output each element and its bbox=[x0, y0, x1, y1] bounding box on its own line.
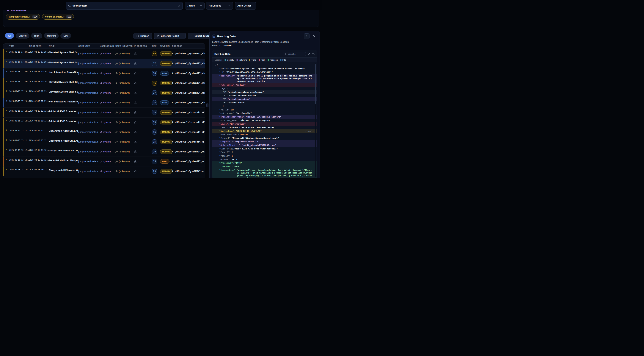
collapse-icon[interactable] bbox=[308, 53, 310, 55]
row-first-seen: 2026-02-15 17:29:… bbox=[29, 88, 49, 98]
row-ip: - bbox=[138, 170, 138, 173]
row-computer-link[interactable]: jumpserver.imeta.lr bbox=[78, 127, 100, 137]
computer-chip[interactable]: jumpserver.imeta.lr 117 bbox=[6, 14, 40, 20]
global-search[interactable] bbox=[66, 2, 183, 10]
time-range-value: 7 days bbox=[187, 4, 195, 7]
row-ip: - bbox=[138, 131, 138, 133]
row-computer-link[interactable]: jumpserver.imeta.lr bbox=[78, 78, 100, 88]
table-row[interactable]: 2026-02-15 13:12:… 2026-02-15 13:12:… Ad… bbox=[3, 108, 205, 117]
row-user-impacted: (unknown) bbox=[119, 131, 130, 133]
search-input[interactable] bbox=[72, 4, 176, 7]
computer-chip[interactable]: victim-os.imeta.lr 111 bbox=[42, 14, 74, 20]
legend-item: Process bbox=[268, 59, 278, 61]
table-row[interactable]: 2026-02-15 13:12:… 2026-02-15 13:12:… Po… bbox=[3, 157, 205, 166]
generate-report-button[interactable]: Generate Report bbox=[154, 33, 186, 39]
json-value: 668 bbox=[231, 108, 313, 111]
table-row[interactable]: 2026-02-15 17:29:… 2026-02-15 17:29:… No… bbox=[3, 68, 205, 78]
row-computer-link[interactable]: jumpserver.imeta.lr bbox=[78, 118, 100, 127]
detect-mode-dropdown[interactable]: Auto Detect bbox=[235, 2, 256, 10]
row-computer-link[interactable]: jumpserver.imeta.lr bbox=[78, 147, 100, 157]
severity-filter-pill[interactable]: High bbox=[31, 33, 42, 39]
table-row[interactable]: 2026-02-15 17:29:… 2026-02-15 17:29:… No… bbox=[3, 98, 205, 108]
json-key: "Task" bbox=[219, 126, 227, 129]
chevron-down-icon bbox=[228, 5, 230, 7]
row-user-origin: system bbox=[103, 101, 111, 104]
row-computer-link[interactable]: jumpserver.imeta.lr bbox=[78, 108, 100, 117]
table-row[interactable]: 2026-02-15 17:29:… 2026-02-15 17:29:… El… bbox=[3, 78, 205, 88]
row-title: Elevated System Shell Spa... bbox=[49, 78, 78, 88]
table-row[interactable]: 2026-02-15 17:29:… 2026-02-15 17:29:… El… bbox=[3, 88, 205, 98]
table-row[interactable]: 2026-02-15 17:29:… 2026-02-15 17:29:… El… bbox=[3, 49, 205, 59]
risk-score-badge: 14 bbox=[152, 100, 157, 105]
copy-icon[interactable] bbox=[312, 53, 315, 55]
table-row[interactable]: 2026-02-15 17:29:… 2026-02-15 17:29:… El… bbox=[3, 59, 205, 69]
time-range-dropdown[interactable]: 7 days bbox=[185, 2, 204, 10]
col-first-seen: FIRST SEEN bbox=[29, 45, 49, 47]
log-search-input[interactable] bbox=[288, 53, 303, 55]
severity-dot bbox=[6, 100, 7, 102]
row-computer-link[interactable]: jumpserver.imeta.lr bbox=[78, 157, 100, 166]
download-log-button[interactable] bbox=[304, 33, 310, 39]
person-icon bbox=[100, 121, 102, 124]
network-icon bbox=[134, 150, 136, 153]
table-row[interactable]: 2026-02-15 13:12:… 2026-02-15 13:12:… Un… bbox=[3, 137, 205, 147]
severity-filter-pill[interactable]: Low bbox=[60, 33, 71, 39]
person-x-icon bbox=[116, 53, 118, 55]
refresh-button[interactable]: Refresh bbox=[134, 33, 152, 39]
row-computer-link[interactable]: jumpserver.imeta.lr bbox=[78, 166, 100, 176]
expand-chevron-icon[interactable]: ⌄ bbox=[217, 87, 219, 90]
table-row[interactable]: 2026-02-15 13:12:… 2026-02-15 13:12:… Al… bbox=[3, 147, 205, 157]
json-value: "Microsoft-Windows-Sysmon/Operational" bbox=[232, 137, 313, 140]
row-user-origin: system bbox=[103, 170, 111, 173]
row-computer-link[interactable]: jumpserver.imeta.lr bbox=[78, 59, 100, 69]
monitor-icon bbox=[7, 10, 9, 11]
json-scrollbar-thumb[interactable] bbox=[315, 64, 316, 104]
row-process-path: C:\\Windows\\SysWOW64\\msiexec bbox=[172, 166, 205, 176]
json-key: "CommandLine" bbox=[219, 169, 235, 171]
json-key: "Opcode" bbox=[219, 158, 229, 161]
severity-accent-bar bbox=[3, 137, 4, 147]
log-search-box[interactable] bbox=[283, 52, 306, 56]
col-ip-address: IP ADDRESS bbox=[134, 45, 152, 47]
row-computer-link[interactable]: jumpserver.imeta.lr bbox=[78, 88, 100, 98]
search-icon bbox=[68, 4, 71, 7]
json-value: "split_al.xml-EXVRNRRQ.json" bbox=[242, 144, 313, 147]
severity-dot bbox=[6, 149, 7, 150]
severity-filter-pill[interactable]: Medium bbox=[44, 33, 59, 39]
severity-filter-pill[interactable]: All bbox=[5, 33, 14, 39]
table-row[interactable]: 2026-02-15 13:12:… 2026-02-15 13:12:… Un… bbox=[3, 127, 205, 137]
row-computer-link[interactable]: jumpserver.imeta.lr bbox=[78, 49, 100, 59]
severity-accent-bar bbox=[3, 108, 4, 117]
row-user-impacted: (unknown) bbox=[119, 72, 130, 75]
json-line: "EventRecordID" : 3488895 bbox=[212, 133, 317, 136]
table-row[interactable]: 2026-02-15 13:12:… 2026-02-15 13:12:… Al… bbox=[3, 166, 205, 176]
close-panel-button[interactable] bbox=[311, 33, 317, 39]
computer-chip-label: victim-os.imeta.lr bbox=[45, 16, 64, 18]
row-user-origin: system bbox=[103, 141, 111, 143]
row-time: 2026-02-15 13:12:… bbox=[9, 137, 29, 147]
severity-filter-pill[interactable]: Critical bbox=[16, 33, 30, 39]
person-x-icon bbox=[116, 72, 118, 75]
person-x-icon bbox=[116, 82, 118, 84]
row-user-origin: system bbox=[103, 62, 111, 65]
row-time: 2026-02-15 13:12:… bbox=[9, 157, 29, 166]
row-computer-link[interactable]: jumpserver.imeta.lr bbox=[78, 69, 100, 78]
json-key: "1" bbox=[222, 94, 226, 97]
search-icon bbox=[285, 53, 287, 55]
row-computer-link[interactable]: jumpserver.imeta.lr bbox=[78, 98, 100, 108]
legend-dot bbox=[268, 59, 269, 61]
json-value: "Process Create (rule: ProcessCreate)" bbox=[228, 126, 313, 129]
export-json-button[interactable]: Export JSON bbox=[188, 33, 212, 39]
json-line: "EventID" : 1 bbox=[212, 151, 317, 154]
panel-resize-handle[interactable] bbox=[206, 103, 208, 107]
expand-chevron-icon[interactable]: ⌄ bbox=[214, 64, 217, 67]
table-row[interactable]: 2026-02-15 13:12:… 2026-02-15 13:12:… Ad… bbox=[3, 117, 205, 127]
json-value: "6548" bbox=[233, 165, 313, 168]
severity-badge: MEDIUM bbox=[160, 110, 172, 115]
clear-search-icon[interactable] bbox=[178, 5, 180, 7]
row-ip: - bbox=[138, 160, 138, 163]
entities-dropdown[interactable]: All Entities bbox=[206, 2, 233, 10]
row-computer-link[interactable]: jumpserver.imeta.lr bbox=[78, 137, 100, 147]
network-icon bbox=[134, 82, 136, 84]
person-icon bbox=[100, 160, 102, 163]
